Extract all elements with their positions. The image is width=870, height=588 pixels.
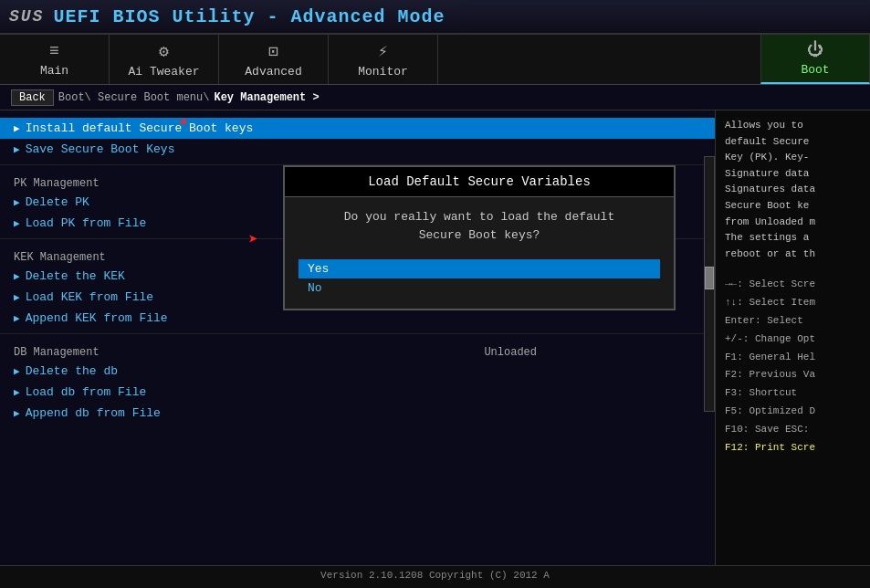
menu-item-append-db[interactable]: ▶ Append db from File bbox=[0, 403, 715, 424]
tab-ai-tweaker[interactable]: ⚙ Ai Tweaker bbox=[110, 35, 219, 84]
delete-pk-label: Delete PK bbox=[26, 195, 89, 209]
tab-monitor[interactable]: ⚡ Monitor bbox=[329, 35, 438, 84]
breadcrumb-path: Boot\ Secure Boot menu\ bbox=[58, 91, 210, 104]
dialog-options: Yes No bbox=[285, 255, 674, 309]
breadcrumb: Back Boot\ Secure Boot menu\ Key Managem… bbox=[0, 85, 870, 110]
load-db-label: Load db from File bbox=[26, 385, 147, 399]
tab-main-label: Main bbox=[40, 64, 68, 78]
append-db-label: Append db from File bbox=[26, 406, 161, 420]
db-status: Unloaded bbox=[484, 346, 537, 359]
bios-logo: SUS bbox=[9, 7, 44, 26]
dialog-option-yes[interactable]: Yes bbox=[299, 259, 660, 278]
db-section-label: DB Management Unloaded bbox=[0, 339, 715, 361]
shortcut-list: →←: Select Scre ↑↓: Select Item Enter: S… bbox=[725, 276, 861, 457]
boot-icon: ⏻ bbox=[807, 40, 823, 59]
scrollbar[interactable] bbox=[704, 156, 715, 412]
main-icon: ≡ bbox=[49, 42, 59, 60]
shortcut-f3: F3: Shortcut bbox=[725, 384, 861, 403]
tab-boot-label: Boot bbox=[801, 63, 829, 77]
dialog-body: Do you really want to load the default S… bbox=[285, 197, 674, 255]
item-arrow-icon: ▶ bbox=[14, 143, 20, 155]
status-bar: Version 2.10.1208 Copyright (C) 2012 A bbox=[0, 565, 870, 588]
shortcut-enter: Enter: Select bbox=[725, 312, 861, 331]
main-content: ➤ ▶ Install default Secure Boot keys ▶ S… bbox=[0, 110, 870, 565]
menu-item-install-default[interactable]: ▶ Install default Secure Boot keys bbox=[0, 118, 715, 139]
shortcut-f5: F5: Optimized D bbox=[725, 403, 861, 421]
monitor-icon: ⚡ bbox=[378, 41, 388, 61]
header: SUS UEFI BIOS Utility - Advanced Mode bbox=[0, 0, 870, 35]
item-arrow-icon: ▶ bbox=[14, 196, 20, 208]
tab-advanced-label: Advanced bbox=[245, 65, 301, 79]
item-arrow-icon: ▶ bbox=[14, 217, 20, 229]
item-arrow-icon: ▶ bbox=[14, 312, 20, 324]
item-arrow-icon: ▶ bbox=[14, 291, 20, 303]
help-text: Allows you to default Secure Key (PK). K… bbox=[725, 118, 861, 262]
left-panel: ➤ ▶ Install default Secure Boot keys ▶ S… bbox=[0, 110, 715, 565]
tab-boot[interactable]: ⏻ Boot bbox=[760, 35, 870, 84]
delete-kek-label: Delete the KEK bbox=[26, 269, 125, 283]
separator-3 bbox=[0, 333, 715, 334]
menu-item-append-kek[interactable]: ▶ Append KEK from File bbox=[0, 308, 715, 329]
back-button[interactable]: Back bbox=[11, 89, 54, 106]
shortcut-f1: F1: General Hel bbox=[725, 349, 861, 367]
shortcut-arrow-select: →←: Select Scre bbox=[725, 276, 861, 294]
load-kek-label: Load KEK from File bbox=[26, 290, 153, 304]
pk-label: PK Management bbox=[14, 177, 100, 190]
dialog-body-line2: Secure Boot keys? bbox=[299, 226, 660, 245]
shortcut-f12: F12: Print Scre bbox=[725, 439, 861, 457]
db-label: DB Management bbox=[14, 346, 100, 359]
nav-tabs: ≡ Main ⚙ Ai Tweaker ⊡ Advanced ⚡ Monitor… bbox=[0, 35, 870, 85]
tab-advanced[interactable]: ⊡ Advanced bbox=[219, 35, 329, 84]
shortcut-updown: ↑↓: Select Item bbox=[725, 294, 861, 312]
dialog-body-line1: Do you really want to load the default bbox=[299, 208, 660, 226]
dialog-option-no[interactable]: No bbox=[299, 278, 660, 298]
scroll-thumb bbox=[705, 267, 714, 289]
red-arrow-annotation-2: ➤ bbox=[248, 229, 258, 249]
load-pk-label: Load PK from File bbox=[26, 216, 147, 230]
red-arrow-annotation-1: ➤ bbox=[178, 112, 188, 132]
aitweaker-icon: ⚙ bbox=[159, 41, 169, 61]
right-sidebar: Allows you to default Secure Key (PK). K… bbox=[715, 110, 870, 565]
breadcrumb-current: Key Management > bbox=[214, 91, 319, 104]
install-default-label: Install default Secure Boot keys bbox=[26, 121, 254, 135]
item-arrow-icon: ▶ bbox=[14, 270, 20, 282]
dialog-overlay: Load Default Secure Variables Do you rea… bbox=[283, 165, 676, 310]
menu-item-delete-db[interactable]: ▶ Delete the db bbox=[0, 361, 715, 382]
dialog-title: Load Default Secure Variables bbox=[285, 167, 674, 197]
kek-label: KEK Management bbox=[14, 251, 106, 264]
tab-monitor-label: Monitor bbox=[358, 65, 408, 79]
save-keys-label: Save Secure Boot Keys bbox=[26, 142, 175, 156]
tab-aitweaker-label: Ai Tweaker bbox=[128, 65, 199, 79]
shortcut-f10: F10: Save ESC: bbox=[725, 421, 861, 439]
shortcut-f2: F2: Previous Va bbox=[725, 366, 861, 384]
item-arrow-icon: ▶ bbox=[14, 407, 20, 419]
version-text: Version 2.10.1208 Copyright (C) 2012 A bbox=[320, 570, 550, 581]
delete-db-label: Delete the db bbox=[26, 364, 118, 378]
advanced-icon: ⊡ bbox=[268, 41, 278, 61]
item-arrow-icon: ▶ bbox=[14, 365, 20, 377]
tab-main[interactable]: ≡ Main bbox=[0, 35, 110, 84]
append-kek-label: Append KEK from File bbox=[26, 311, 168, 325]
item-arrow-icon: ▶ bbox=[14, 122, 20, 134]
shortcut-plusminus: +/-: Change Opt bbox=[725, 331, 861, 349]
item-arrow-icon: ▶ bbox=[14, 386, 20, 398]
bios-title: UEFI BIOS Utility - Advanced Mode bbox=[53, 6, 445, 27]
menu-item-load-db[interactable]: ▶ Load db from File bbox=[0, 382, 715, 403]
menu-item-save-keys[interactable]: ▶ Save Secure Boot Keys bbox=[0, 139, 715, 160]
